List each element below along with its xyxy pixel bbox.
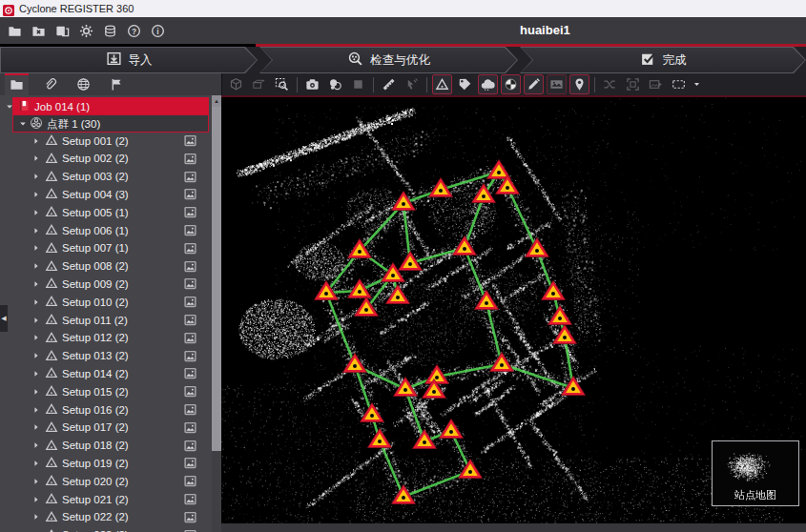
setup-marker[interactable] [548,306,572,325]
tree-item-setup[interactable]: Setup 019 (2) [0,454,212,472]
setup-marker[interactable] [490,353,514,372]
caret-down-icon[interactable] [18,119,28,129]
warn-triangle-button[interactable] [432,74,452,94]
caret-right-icon[interactable] [31,477,41,486]
pano-image-icon[interactable] [183,223,197,237]
pano-image-icon[interactable] [183,187,197,201]
pano-image-icon[interactable] [183,439,197,453]
pano-image-icon[interactable] [183,241,197,256]
tree-item-job[interactable]: Job 014 (1) [0,97,212,115]
link-swap-button[interactable] [600,74,620,94]
sidebar-collapse-handle[interactable]: ◀ [0,305,8,332]
caret-right-icon[interactable] [31,316,41,325]
storage-icon[interactable] [100,21,119,40]
tab-import[interactable]: 导入 [0,47,258,73]
tree-item-setup[interactable]: Setup 009 (2) [0,275,212,293]
marquee-button[interactable] [669,74,689,94]
dropdown-caret-icon[interactable] [692,74,701,94]
pano-image-icon[interactable] [183,313,197,327]
tree-item-setup[interactable]: Setup 015 (2) [0,382,212,400]
pano-image-icon[interactable] [183,384,197,399]
tree-item-setup[interactable]: Setup 016 (2) [0,400,212,419]
pano-image-icon[interactable] [183,510,197,524]
tree-item-setup[interactable]: Setup 010 (2) [0,293,212,311]
caret-right-icon[interactable] [31,243,41,253]
measure-stick-button[interactable] [379,74,399,94]
setup-marker[interactable] [475,291,499,310]
image-pano-button[interactable] [547,74,567,94]
pano-image-icon[interactable] [183,133,197,148]
sidebar-tab-globe-icon[interactable] [72,73,95,95]
pano-image-icon[interactable] [183,170,197,184]
sidebar-tab-paperclip-icon[interactable] [38,73,62,95]
tree-item-setup[interactable]: Setup 011 (2) [0,311,212,329]
bw-circle-button[interactable] [501,74,521,94]
tree-scrollbar[interactable]: ▲ [212,95,221,532]
tree-item-cluster[interactable]: 点群 1 (30) [0,114,212,133]
tree-item-setup[interactable]: Setup 013 (2) [0,347,212,365]
pano-image-icon[interactable] [183,295,197,309]
caret-right-icon[interactable] [31,387,41,397]
sidebar-tab-flag-star-icon[interactable] [105,73,129,95]
open-folder-icon[interactable] [5,21,24,40]
caret-right-icon[interactable] [31,190,41,199]
caret-right-icon[interactable] [31,226,41,235]
setup-marker[interactable] [553,325,577,344]
pano-image-icon[interactable] [183,349,197,363]
caret-right-icon[interactable] [31,208,41,217]
setup-marker[interactable] [440,419,464,439]
tree-item-setup[interactable]: Setup 017 (2) [0,419,212,437]
pano-image-icon[interactable] [183,420,197,435]
scrollbar-thumb[interactable] [212,107,221,451]
caret-right-icon[interactable] [31,512,41,522]
tree-item-setup[interactable]: Setup 006 (1) [0,221,212,239]
pano-image-icon[interactable] [183,276,197,291]
caret-right-icon[interactable] [31,153,41,163]
tree-item-setup[interactable]: Setup 014 (2) [0,364,212,382]
tree-item-setup[interactable]: Setup 001 (2) [0,132,212,150]
scroll-up-icon[interactable]: ▲ [212,95,221,107]
tree-item-setup[interactable]: Setup 003 (2) [0,168,212,186]
tree-item-setup[interactable]: Setup 012 (2) [0,329,212,347]
caret-right-icon[interactable] [31,351,41,360]
caret-right-icon[interactable] [31,369,41,379]
setup-marker[interactable] [348,279,372,298]
caret-right-icon[interactable] [31,279,41,289]
pano-image-icon[interactable] [183,492,197,506]
setup-marker[interactable] [368,429,392,448]
camera-button[interactable] [302,74,322,94]
tree-item-setup[interactable]: Setup 008 (2) [0,257,212,276]
tree-item-setup[interactable]: Setup 020 (2) [0,472,212,490]
setup-marker[interactable] [453,236,477,256]
pano-image-icon[interactable] [183,259,197,274]
caret-right-icon[interactable] [31,172,41,181]
pano-image-icon[interactable] [183,474,197,488]
pano-image-icon[interactable] [183,366,197,380]
pan-plane-button[interactable] [249,74,269,94]
render-spheres-button[interactable] [325,74,345,94]
caret-down-icon[interactable] [5,102,14,112]
setup-marker[interactable] [386,285,410,304]
pano-image-icon[interactable] [183,402,197,417]
close-project-icon[interactable] [29,21,48,40]
tab-finalize[interactable]: 完成 [520,47,806,73]
help-icon[interactable]: ? [124,21,143,40]
caret-right-icon[interactable] [31,333,41,342]
pencil-button[interactable] [524,74,544,94]
map-pin-button[interactable] [569,74,589,94]
expand-crop-button[interactable] [623,74,643,94]
tab-review-optimize[interactable]: 检查与优化 [259,47,518,73]
setup-marker[interactable] [361,403,384,422]
pano-image-icon[interactable] [183,152,197,166]
caret-right-icon[interactable] [31,459,41,468]
pano-image-icon[interactable] [183,456,197,470]
zoom-area-button[interactable] [272,74,292,94]
caret-right-icon[interactable] [31,136,41,146]
tree-item-setup[interactable]: Setup 018 (2) [0,437,212,455]
setup-marker[interactable] [526,238,549,257]
caret-right-icon[interactable] [31,422,41,432]
tree-item-setup[interactable]: Setup 005 (1) [0,203,212,221]
tree-item-setup[interactable]: Setup 004 (3) [0,185,212,203]
caret-right-icon[interactable] [31,261,41,271]
setup-marker[interactable] [343,354,367,373]
